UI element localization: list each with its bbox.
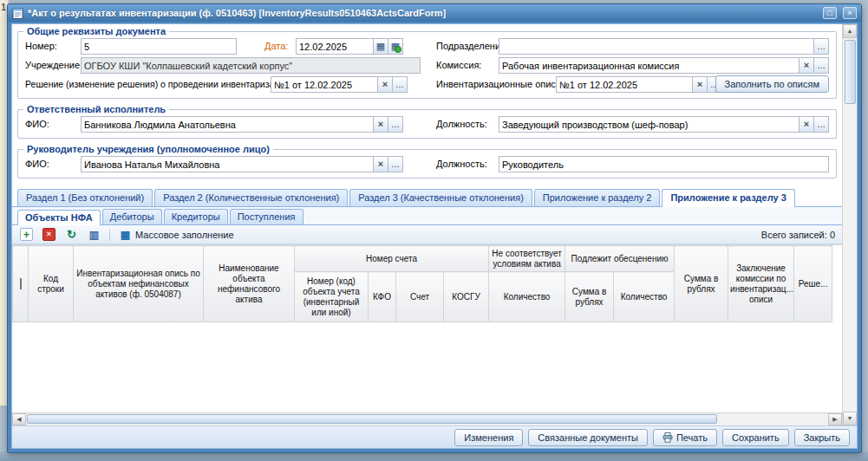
- changes-button[interactable]: Изменения: [454, 429, 523, 446]
- decision-lookup-button[interactable]: …: [393, 76, 408, 93]
- main-tabstrip: Раздел 1 (Без отклонений) Раздел 2 (Коли…: [12, 185, 842, 207]
- column-header-kosgu[interactable]: КОСГУ: [444, 272, 489, 322]
- responsible-position-label: Должность:: [436, 119, 487, 129]
- scroll-up-arrow[interactable]: ▲: [843, 24, 857, 38]
- subtab-obekty-nfa[interactable]: Объекты НФА: [17, 210, 101, 225]
- general-row-3: Решение (изменение решения) о проведении…: [23, 75, 831, 94]
- responsible-position-lookup-button[interactable]: …: [814, 116, 829, 133]
- group-header-account-number: Номер счета: [295, 246, 489, 272]
- close-form-button[interactable]: Закрыть: [794, 429, 850, 446]
- head-fio-lookup-button[interactable]: …: [388, 156, 403, 172]
- column-header-sum-rub-1[interactable]: Сумма в рублях: [565, 272, 614, 322]
- tab-prilozhenie-3[interactable]: Приложение к разделу 3: [662, 189, 794, 207]
- subtab-debitory[interactable]: Дебиторы: [102, 209, 162, 224]
- number-input[interactable]: [81, 38, 237, 55]
- inventory-act-window: *Акт о результатах инвентаризации (ф. 05…: [7, 3, 862, 453]
- responsible-fio-clear-button[interactable]: ×: [374, 116, 388, 133]
- nfa-objects-grid: Код строки Инвентаризационная опись по о…: [12, 244, 842, 425]
- select-all-header[interactable]: [13, 246, 29, 322]
- decision-input[interactable]: [271, 76, 378, 93]
- column-header-qty-not-matching[interactable]: Количество: [489, 272, 565, 322]
- grid-horizontal-scrollbar[interactable]: ◀ ▶: [12, 412, 842, 425]
- calendar-today-icon[interactable]: ▦: [388, 38, 403, 55]
- subtab-postupleniya[interactable]: Поступления: [230, 209, 303, 224]
- copy-row-button[interactable]: ▥: [85, 226, 103, 243]
- responsible-legend: Ответственный исполнитель: [23, 104, 169, 114]
- department-label: Подразделение:: [436, 41, 508, 51]
- scroll-right-arrow[interactable]: ▶: [828, 413, 842, 425]
- maximize-button[interactable]: □: [823, 7, 837, 19]
- decision-label: Решение (изменение решения) о проведении…: [25, 79, 292, 89]
- save-button[interactable]: Сохранить: [722, 429, 789, 446]
- date-label[interactable]: Дата:: [264, 41, 288, 51]
- responsible-position-clear-button[interactable]: ×: [799, 116, 814, 133]
- column-header-sum-rub-2[interactable]: Сумма в рублях: [675, 246, 728, 322]
- head-fio-input[interactable]: [81, 156, 374, 172]
- toolbar-separator: [109, 229, 110, 241]
- vertical-scroll-thumb[interactable]: [845, 40, 856, 104]
- column-header-qty-impairment[interactable]: Количество: [614, 272, 675, 322]
- department-input[interactable]: [499, 38, 814, 55]
- head-position-input[interactable]: [499, 156, 829, 172]
- department-lookup-button[interactable]: …: [814, 38, 829, 55]
- form-vertical-scrollbar[interactable]: ▲ ▼: [842, 24, 857, 425]
- commission-label: Комиссия:: [436, 60, 481, 70]
- institution-label: Учреждение:: [25, 60, 82, 70]
- column-header-object-number[interactable]: Номер (код) объекта учета (инвентарный и…: [295, 272, 369, 322]
- inventories-clear-button[interactable]: ×: [693, 76, 708, 93]
- head-fio-clear-button[interactable]: ×: [374, 156, 388, 172]
- print-button[interactable]: Печать: [653, 429, 717, 446]
- print-button-label: Печать: [676, 432, 708, 443]
- decision-clear-button[interactable]: ×: [378, 76, 393, 93]
- commission-clear-button[interactable]: ×: [799, 57, 814, 74]
- related-documents-button[interactable]: Связанные документы: [528, 429, 648, 446]
- responsible-position-input[interactable]: [499, 116, 799, 133]
- scroll-left-arrow[interactable]: ◀: [12, 413, 26, 425]
- horizontal-scroll-thumb[interactable]: [27, 414, 717, 424]
- tab-razdel-1[interactable]: Раздел 1 (Без отклонений): [17, 189, 153, 206]
- delete-row-button[interactable]: ×: [40, 226, 58, 243]
- select-all-checkbox[interactable]: [20, 278, 22, 289]
- general-row-1: Номер: Дата: ▦ ▦ Подразделение:: [23, 37, 831, 56]
- copy-icon: ▥: [88, 228, 101, 241]
- general-row-2: Учреждение: Комиссия: × …: [23, 56, 831, 75]
- horizontal-scroll-track[interactable]: [26, 413, 828, 425]
- vertical-scroll-track[interactable]: [843, 38, 857, 412]
- window-titlebar[interactable]: *Акт о результатах инвентаризации (ф. 05…: [8, 4, 861, 22]
- scroll-down-arrow[interactable]: ▼: [843, 412, 857, 425]
- grid-body-empty[interactable]: [12, 322, 842, 412]
- tab-prilozhenie-2[interactable]: Приложение к разделу 2: [534, 189, 661, 206]
- add-row-button[interactable]: +: [17, 226, 36, 243]
- close-button[interactable]: ×: [843, 7, 857, 19]
- responsible-fio-lookup-button[interactable]: …: [388, 116, 403, 133]
- printer-icon: [662, 432, 673, 443]
- refresh-button[interactable]: ↻: [62, 226, 81, 243]
- column-header-account[interactable]: Счет: [396, 272, 444, 322]
- column-header-decision[interactable]: Реше...: [794, 246, 832, 322]
- calendar-icon[interactable]: ▦: [374, 38, 388, 55]
- column-header-inventory-list[interactable]: Инвентаризационная опись по объектам неф…: [74, 246, 204, 322]
- subtab-kreditory[interactable]: Кредиторы: [164, 209, 228, 224]
- fill-by-inventories-button[interactable]: Заполнить по описям: [715, 75, 829, 93]
- column-header-kfo[interactable]: КФО: [369, 272, 396, 322]
- head-fio-label: ФИО:: [25, 159, 49, 169]
- responsible-fio-input[interactable]: [81, 116, 374, 133]
- window-body: Общие реквизиты документа Номер: Дата: ▦…: [11, 23, 858, 449]
- inventories-input[interactable]: [556, 76, 693, 93]
- column-header-row-code[interactable]: Код строки: [29, 246, 74, 322]
- mass-fill-button[interactable]: ▦ Массовое заполнение: [116, 226, 237, 243]
- date-input[interactable]: [296, 38, 374, 55]
- tab-razdel-3[interactable]: Раздел 3 (Качественные отклонения): [349, 189, 532, 206]
- sub-tabstrip: Объекты НФА Дебиторы Кредиторы Поступлен…: [12, 207, 842, 225]
- number-label: Номер:: [25, 41, 57, 51]
- column-header-commission-conclusion[interactable]: Заключение комиссии по инвентаризац... о…: [728, 246, 794, 322]
- column-header-object-name[interactable]: Наименование объекта нефинансового актив…: [204, 246, 295, 322]
- general-legend: Общие реквизиты документа: [23, 26, 169, 36]
- mass-fill-label: Массовое заполнение: [135, 230, 234, 240]
- responsible-fio-label: ФИО:: [25, 119, 49, 129]
- group-header-not-matching-asset: Не соответствует условиям актива: [489, 246, 565, 272]
- tab-razdel-2[interactable]: Раздел 2 (Количественные отклонения): [154, 189, 348, 206]
- grid-toolbar: + × ↻ ▥ ▦ Массовое заполнение: [12, 225, 842, 244]
- commission-input[interactable]: [499, 57, 799, 74]
- commission-lookup-button[interactable]: …: [814, 57, 829, 74]
